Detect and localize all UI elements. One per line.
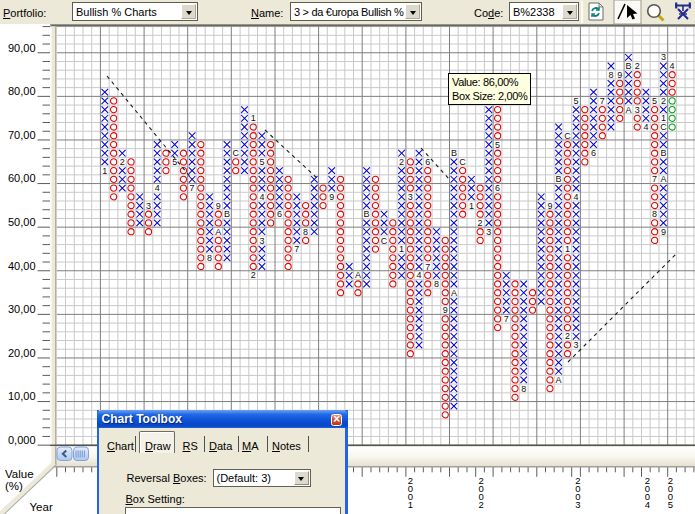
svg-text:A: A: [355, 270, 361, 280]
svg-text:7: 7: [190, 183, 195, 193]
svg-text:1: 1: [408, 499, 413, 510]
svg-text:5: 5: [652, 96, 657, 106]
svg-text:5: 5: [495, 140, 500, 150]
svg-text:3: 3: [259, 236, 264, 246]
svg-text:7: 7: [425, 262, 430, 272]
svg-text:9: 9: [329, 192, 334, 202]
svg-text:90,00: 90,00: [8, 42, 36, 54]
svg-text:(%): (%): [5, 480, 23, 492]
svg-text:C: C: [232, 148, 239, 158]
svg-text:A: A: [451, 288, 457, 298]
svg-text:6: 6: [277, 209, 282, 219]
svg-text:6: 6: [495, 183, 500, 193]
svg-text:30,00: 30,00: [8, 303, 36, 315]
svg-text:50,00: 50,00: [8, 216, 36, 228]
svg-text:2: 2: [635, 61, 640, 71]
svg-text:Year: Year: [30, 501, 53, 513]
svg-text:5: 5: [259, 157, 264, 167]
svg-text:8: 8: [608, 70, 613, 80]
svg-text:C: C: [459, 157, 466, 167]
svg-text:B: B: [660, 148, 666, 158]
svg-text:20,00: 20,00: [8, 347, 36, 359]
svg-text:8: 8: [521, 384, 526, 394]
svg-text:3: 3: [575, 499, 580, 510]
svg-text:1: 1: [469, 201, 474, 211]
svg-text:A: A: [625, 105, 631, 115]
svg-text:8: 8: [652, 209, 657, 219]
svg-text:4: 4: [574, 192, 579, 202]
svg-text:A: A: [556, 375, 562, 385]
svg-text:B: B: [224, 209, 230, 219]
svg-text:C: C: [660, 122, 667, 132]
svg-text:7: 7: [652, 174, 657, 184]
svg-text:40,00: 40,00: [8, 260, 36, 272]
svg-text:2: 2: [120, 157, 125, 167]
svg-text:8: 8: [434, 279, 439, 289]
svg-text:B: B: [451, 148, 457, 158]
svg-text:2: 2: [565, 331, 570, 341]
svg-text:5: 5: [574, 96, 579, 106]
svg-text:5: 5: [668, 499, 673, 510]
svg-text:8: 8: [303, 227, 308, 237]
svg-text:60,00: 60,00: [8, 172, 36, 184]
svg-text:4: 4: [259, 192, 264, 202]
svg-text:4: 4: [155, 183, 160, 193]
svg-text:1: 1: [565, 244, 570, 254]
svg-text:B: B: [364, 209, 370, 219]
svg-text:9: 9: [547, 201, 552, 211]
svg-text:7: 7: [294, 244, 299, 254]
svg-text:9: 9: [216, 201, 221, 211]
svg-text:4: 4: [416, 270, 421, 280]
svg-text:9: 9: [661, 227, 666, 237]
svg-text:3: 3: [486, 227, 491, 237]
svg-text:3: 3: [661, 52, 666, 62]
svg-text:9: 9: [617, 70, 622, 80]
svg-text:C: C: [564, 131, 571, 141]
svg-text:3: 3: [574, 340, 579, 350]
svg-text:A: A: [215, 227, 221, 237]
svg-text:10,00: 10,00: [8, 390, 36, 402]
svg-text:8: 8: [207, 253, 212, 263]
svg-text:Value: Value: [5, 468, 34, 480]
svg-text:9: 9: [443, 305, 448, 315]
svg-text:1: 1: [251, 113, 256, 123]
svg-text:2: 2: [251, 270, 256, 280]
svg-text:7: 7: [600, 96, 605, 106]
svg-text:70,00: 70,00: [8, 129, 36, 141]
svg-text:2: 2: [399, 157, 404, 167]
svg-text:6: 6: [591, 148, 596, 158]
svg-text:B: B: [556, 174, 562, 184]
svg-text:2: 2: [479, 499, 484, 510]
svg-text:3: 3: [146, 201, 151, 211]
svg-text:7: 7: [504, 314, 509, 324]
svg-text:C: C: [381, 236, 388, 246]
svg-text:80,00: 80,00: [8, 85, 36, 97]
svg-text:2: 2: [478, 218, 483, 228]
svg-text:3: 3: [408, 192, 413, 202]
svg-text:0,000: 0,000: [8, 434, 36, 446]
svg-text:4: 4: [670, 61, 675, 71]
svg-text:4: 4: [643, 122, 648, 132]
svg-text:B: B: [625, 61, 631, 71]
svg-text:4: 4: [645, 499, 650, 510]
svg-text:6: 6: [425, 157, 430, 167]
svg-text:1: 1: [102, 166, 107, 176]
svg-text:2: 2: [661, 96, 666, 106]
svg-text:A: A: [660, 174, 666, 184]
svg-text:1: 1: [399, 244, 404, 254]
svg-text:3: 3: [635, 105, 640, 115]
